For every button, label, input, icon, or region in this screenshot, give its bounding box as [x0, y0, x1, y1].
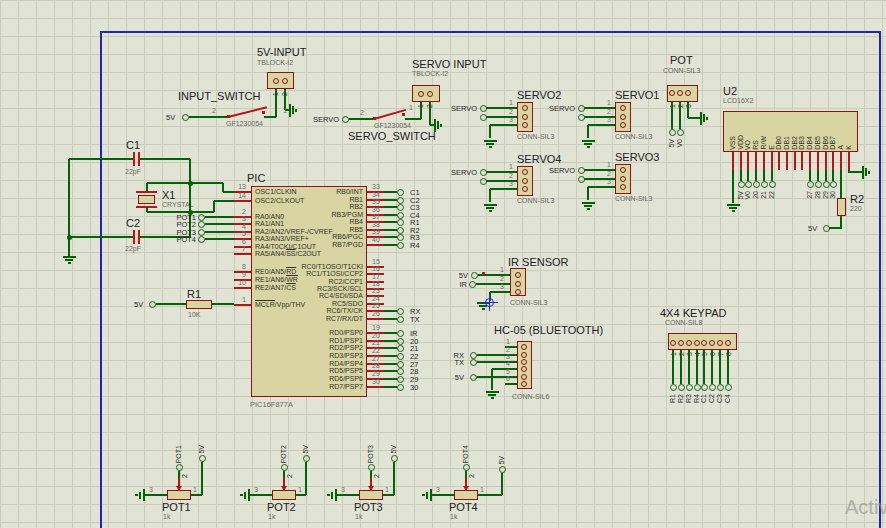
- connector-pin[interactable]: [677, 90, 683, 96]
- terminal[interactable]: [823, 181, 830, 188]
- pot-body[interactable]: [359, 490, 383, 500]
- ground-icon[interactable]: [862, 166, 864, 179]
- terminal[interactable]: [397, 376, 404, 383]
- ground-icon[interactable]: [63, 256, 76, 258]
- terminal[interactable]: [397, 212, 404, 219]
- switch-contact[interactable]: [373, 117, 376, 120]
- ground-icon[interactable]: [65, 259, 73, 261]
- terminal[interactable]: [397, 330, 404, 337]
- terminal[interactable]: [397, 204, 404, 211]
- ground-icon[interactable]: [486, 143, 494, 145]
- terminal[interactable]: [470, 374, 477, 381]
- servo-block-body[interactable]: [412, 85, 440, 102]
- terminal[interactable]: [725, 384, 732, 391]
- r1-body[interactable]: [186, 300, 212, 309]
- connector-pin[interactable]: [521, 374, 527, 380]
- ground-icon[interactable]: [68, 262, 71, 264]
- connector-pin[interactable]: [670, 340, 676, 346]
- terminal[interactable]: [480, 178, 487, 185]
- terminal[interactable]: [342, 116, 349, 123]
- connector-pin[interactable]: [521, 359, 527, 365]
- ground-icon[interactable]: [292, 106, 294, 114]
- c2-plate[interactable]: [133, 230, 135, 244]
- terminal[interactable]: [709, 384, 716, 391]
- ground-icon[interactable]: [335, 489, 337, 501]
- terminal[interactable]: [397, 234, 404, 241]
- connector-pin[interactable]: [522, 169, 528, 175]
- ground-icon[interactable]: [582, 202, 595, 204]
- terminal[interactable]: [469, 281, 476, 288]
- terminal[interactable]: [694, 384, 701, 391]
- connector-pin[interactable]: [669, 90, 675, 96]
- connector-pin[interactable]: [620, 105, 626, 111]
- terminal[interactable]: [578, 105, 585, 112]
- ground-icon[interactable]: [484, 140, 497, 142]
- connector-pin[interactable]: [522, 105, 528, 111]
- x1-body[interactable]: [138, 195, 155, 204]
- connector-pin[interactable]: [515, 289, 521, 295]
- ground-icon[interactable]: [486, 391, 499, 393]
- connector-pin[interactable]: [521, 344, 527, 350]
- ground-icon[interactable]: [489, 210, 492, 212]
- connector-pin[interactable]: [678, 340, 684, 346]
- terminal[interactable]: [303, 455, 310, 462]
- ground-icon[interactable]: [426, 492, 428, 499]
- terminal[interactable]: [368, 464, 375, 471]
- ground-icon[interactable]: [289, 104, 291, 117]
- terminal[interactable]: [182, 114, 189, 121]
- terminal[interactable]: [397, 308, 404, 315]
- terminal[interactable]: [198, 214, 205, 221]
- ground-icon[interactable]: [587, 146, 590, 148]
- ground-icon[interactable]: [482, 308, 485, 310]
- terminal[interactable]: [397, 316, 404, 323]
- connector-pin[interactable]: [620, 114, 626, 120]
- ground-icon[interactable]: [143, 489, 145, 501]
- connector-pin[interactable]: [620, 176, 626, 182]
- ground-icon[interactable]: [489, 146, 492, 148]
- terminal[interactable]: [578, 176, 585, 183]
- terminal[interactable]: [463, 464, 470, 471]
- ground-icon[interactable]: [727, 204, 740, 206]
- terminal[interactable]: [470, 359, 477, 366]
- connector-pin[interactable]: [515, 281, 521, 287]
- ground-icon[interactable]: [582, 140, 595, 142]
- terminal[interactable]: [480, 105, 487, 112]
- terminal[interactable]: [397, 197, 404, 204]
- terminal[interactable]: [198, 229, 205, 236]
- terminal[interactable]: [686, 384, 693, 391]
- connector-pin[interactable]: [694, 340, 700, 346]
- terminal[interactable]: [701, 384, 708, 391]
- ground-icon[interactable]: [729, 207, 737, 209]
- terminal[interactable]: [397, 384, 404, 391]
- ground-icon[interactable]: [584, 143, 592, 145]
- terminal[interactable]: [717, 384, 724, 391]
- ground-icon[interactable]: [430, 489, 432, 501]
- ground-icon[interactable]: [700, 112, 702, 125]
- ground-icon[interactable]: [703, 114, 705, 122]
- terminal[interactable]: [397, 345, 404, 352]
- terminal[interactable]: [578, 167, 585, 174]
- terminal[interactable]: [176, 464, 183, 471]
- ground-icon[interactable]: [587, 208, 590, 210]
- connector-pin[interactable]: [685, 90, 691, 96]
- terminal[interactable]: [769, 181, 776, 188]
- terminal[interactable]: [198, 236, 205, 243]
- terminal[interactable]: [397, 219, 404, 226]
- connector-pin[interactable]: [522, 122, 528, 128]
- terminal[interactable]: [397, 189, 404, 196]
- terminal[interactable]: [281, 464, 288, 471]
- terminal[interactable]: [670, 384, 677, 391]
- ground-icon[interactable]: [868, 171, 870, 174]
- connector-pin[interactable]: [282, 78, 288, 84]
- terminal[interactable]: [480, 114, 487, 121]
- switch-contact[interactable]: [262, 111, 265, 114]
- connector-pin[interactable]: [418, 91, 424, 97]
- ground-icon[interactable]: [437, 121, 439, 129]
- ground-icon[interactable]: [584, 205, 592, 207]
- terminal[interactable]: [753, 181, 760, 188]
- connector-pin[interactable]: [522, 114, 528, 120]
- connector-pin[interactable]: [709, 340, 715, 346]
- ground-icon[interactable]: [488, 394, 496, 396]
- terminal[interactable]: [807, 181, 814, 188]
- terminal[interactable]: [397, 338, 404, 345]
